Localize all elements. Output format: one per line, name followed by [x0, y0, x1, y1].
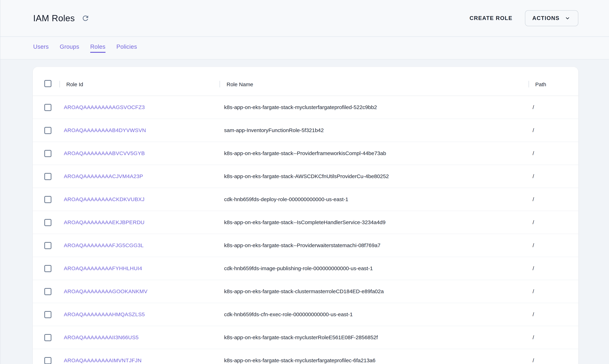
role-id-link[interactable]: AROAQAAAAAAAAFJG5CGG3L — [64, 242, 144, 248]
title-wrap: IAM Roles — [33, 13, 90, 23]
tab-roles[interactable]: Roles — [90, 43, 106, 53]
path-text: / — [533, 312, 534, 317]
role-name-text: k8s-app-on-eks-fargate-stack-myclusterfa… — [224, 104, 377, 110]
path-text: / — [533, 173, 534, 179]
path-text: / — [533, 196, 534, 202]
role-id-link[interactable]: AROAQAAAAAAAACJVM4A23P — [64, 173, 143, 179]
row-checkbox[interactable] — [44, 219, 51, 226]
path-text: / — [533, 219, 534, 225]
actions-button-label: ACTIONS — [532, 15, 560, 21]
row-checkbox[interactable] — [44, 265, 51, 272]
refresh-button[interactable] — [81, 14, 90, 23]
row-checkbox[interactable] — [44, 334, 51, 341]
role-name-text: cdk-hnb659fds-image-publishing-role-0000… — [224, 265, 373, 272]
role-id-link[interactable]: AROAQAAAAAAAAGOOKANKMV — [64, 288, 148, 294]
path-text: / — [533, 150, 534, 156]
path-text: / — [533, 288, 534, 294]
role-name-text: k8s-app-on-eks-fargate-stack-myclusterfa… — [224, 357, 375, 364]
row-checkbox[interactable] — [44, 150, 51, 157]
path-text: / — [533, 127, 534, 133]
role-id-link[interactable]: AROAQAAAAAAAAAGSVOCFZ3 — [64, 104, 145, 110]
column-divider — [220, 81, 220, 88]
table-row: AROAQAAAAAAAAGOOKANKMV k8s-app-on-eks-fa… — [33, 280, 578, 303]
role-id-link[interactable]: AROAQAAAAAAAAHMQASZLS5 — [64, 312, 145, 317]
row-checkbox[interactable] — [44, 242, 51, 249]
table-row: AROAQAAAAAAAACKDKVUBXJ cdk-hnb659fds-dep… — [33, 188, 578, 211]
column-header-path[interactable]: Path — [535, 81, 546, 88]
role-id-link[interactable]: AROAQAAAAAAAAB4DYVWSVN — [64, 127, 146, 133]
row-checkbox[interactable] — [44, 173, 51, 180]
role-name-text: k8s-app-on-eks-fargate-stack--Providerwa… — [224, 242, 380, 248]
column-divider — [528, 81, 529, 88]
tab-bar: Users Groups Roles Policies — [0, 37, 609, 60]
page-header: IAM Roles CREATE ROLE ACTIONS — [0, 0, 609, 37]
select-all-checkbox[interactable] — [44, 80, 51, 87]
row-checkbox[interactable] — [44, 357, 51, 364]
row-checkbox[interactable] — [44, 127, 51, 134]
table-row: AROAQAAAAAAAAB4DYVWSVN sam-app-Inventory… — [33, 119, 578, 142]
role-name-text: cdk-hnb659fds-deploy-role-000000000000-u… — [224, 196, 348, 202]
table-header: Role Id Role Name Path — [33, 67, 578, 96]
refresh-icon — [81, 14, 90, 22]
role-id-link[interactable]: AROAQAAAAAAAAEKJBPERDU — [64, 219, 144, 225]
table-row: AROAQAAAAAAAAAGSVOCFZ3 k8s-app-on-eks-fa… — [33, 96, 578, 119]
table-row: AROAQAAAAAAAAFJG5CGG3L k8s-app-on-eks-fa… — [33, 234, 578, 257]
column-header-role-name[interactable]: Role Name — [227, 81, 253, 88]
role-name-text: k8s-app-on-eks-fargate-stack-clustermast… — [224, 288, 384, 294]
role-id-link[interactable]: AROAQAAAAAAAABVCVV5GYB — [64, 150, 145, 156]
page-title: IAM Roles — [33, 13, 75, 23]
path-text: / — [533, 242, 534, 248]
actions-button[interactable]: ACTIONS — [525, 10, 579, 26]
path-text: / — [533, 104, 534, 110]
column-header-role-id[interactable]: Role Id — [66, 81, 83, 88]
column-divider — [59, 81, 60, 88]
tab-policies[interactable]: Policies — [116, 43, 137, 53]
table-row: AROAQAAAAAAAAEKJBPERDU k8s-app-on-eks-fa… — [33, 211, 578, 234]
role-name-text: k8s-app-on-eks-fargate-stack--Providerfr… — [224, 150, 386, 156]
chevron-down-icon — [564, 15, 571, 22]
header-actions: CREATE ROLE ACTIONS — [465, 0, 578, 36]
role-name-text: k8s-app-on-eks-fargate-stack-AWSCDKCfnUt… — [224, 173, 389, 179]
path-text: / — [533, 357, 534, 364]
path-text: / — [533, 265, 534, 272]
role-id-link[interactable]: AROAQAAAAAAAAII3N66US5 — [64, 334, 139, 340]
row-checkbox[interactable] — [44, 288, 51, 295]
create-role-button[interactable]: CREATE ROLE — [465, 12, 517, 25]
table-row: AROAQAAAAAAAACJVM4A23P k8s-app-on-eks-fa… — [33, 165, 578, 188]
row-checkbox[interactable] — [44, 196, 51, 203]
role-id-link[interactable]: AROAQAAAAAAAAFYHHLHUI4 — [64, 265, 142, 272]
path-text: / — [533, 334, 534, 340]
roles-table-card: Role Id Role Name Path AROAQAAAAAAAAAGSV… — [33, 67, 578, 364]
role-name-text: k8s-app-on-eks-fargate-stack--IsComplete… — [224, 219, 386, 225]
table-row: AROAQAAAAAAAABVCVV5GYB k8s-app-on-eks-fa… — [33, 142, 578, 165]
role-id-link[interactable]: AROAQAAAAAAAAIMVNTJFJN — [64, 357, 141, 364]
tab-groups[interactable]: Groups — [60, 43, 79, 53]
table-row: AROAQAAAAAAAAII3N66US5 k8s-app-on-eks-fa… — [33, 326, 578, 349]
table-row: AROAQAAAAAAAAIMVNTJFJN k8s-app-on-eks-fa… — [33, 349, 578, 364]
row-checkbox[interactable] — [44, 104, 51, 111]
table-body: AROAQAAAAAAAAAGSVOCFZ3 k8s-app-on-eks-fa… — [33, 96, 578, 364]
role-id-link[interactable]: AROAQAAAAAAAACKDKVUBXJ — [64, 196, 144, 202]
role-name-text: cdk-hnb659fds-cfn-exec-role-000000000000… — [224, 312, 353, 317]
role-name-text: k8s-app-on-eks-fargate-stack-myclusterRo… — [224, 334, 378, 340]
table-row: AROAQAAAAAAAAFYHHLHUI4 cdk-hnb659fds-ima… — [33, 257, 578, 280]
row-checkbox[interactable] — [44, 311, 51, 318]
role-name-text: sam-app-InventoryFunctionRole-5f321b42 — [224, 127, 324, 133]
table-row: AROAQAAAAAAAAHMQASZLS5 cdk-hnb659fds-cfn… — [33, 303, 578, 326]
tab-users[interactable]: Users — [33, 43, 49, 53]
